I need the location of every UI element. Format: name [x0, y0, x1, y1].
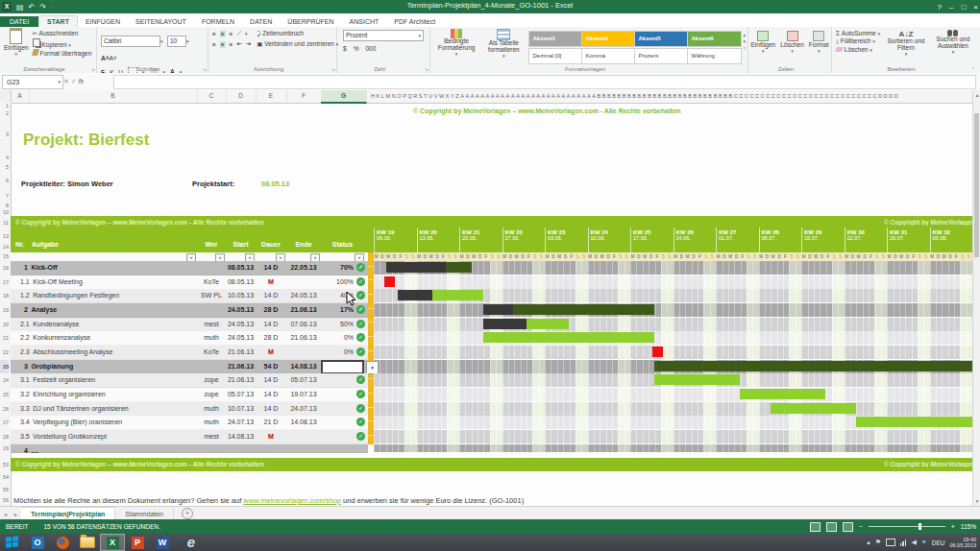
cell-dauer[interactable]: 54 D: [256, 360, 286, 373]
row-number-25[interactable]: 25: [0, 388, 9, 402]
column-header-B[interactable]: B: [29, 90, 198, 102]
row-number-4[interactable]: 4: [0, 152, 9, 163]
week-header-kw25[interactable]: KW 2517.06.: [630, 228, 674, 252]
week-header-kw26[interactable]: KW 2624.06.: [674, 228, 718, 252]
gantt-bar[interactable]: [483, 319, 569, 329]
cell-aufgabe[interactable]: 4 ....: [24, 444, 197, 458]
ribbon-tab-seitenlayout[interactable]: SEITENLAYOUT: [128, 16, 194, 27]
view-normal-icon[interactable]: [810, 522, 821, 532]
cell-start[interactable]: 21.06.13: [226, 360, 256, 373]
style-akzent4[interactable]: Akzent4: [581, 31, 636, 47]
align-center-icon[interactable]: ≡: [220, 41, 226, 48]
ribbon-tab-ansicht[interactable]: ANSICHT: [342, 16, 387, 27]
row-number-5[interactable]: 5: [0, 163, 9, 172]
align-top-icon[interactable]: ≡: [212, 31, 216, 37]
task-row-left[interactable]: 3.5 Vorstellung Grobkonzeptmest14.08.13M…: [11, 430, 368, 444]
cell-aufgabe[interactable]: 2.1 Kundenanalyse: [20, 318, 193, 331]
summary-bar[interactable]: [386, 262, 472, 273]
close-button[interactable]: ×: [973, 3, 978, 12]
dialog-launcher-icon[interactable]: ↘: [425, 66, 429, 72]
gantt-bar[interactable]: [856, 417, 972, 427]
cell-aufgabe[interactable]: 1 Kick-Off: [24, 261, 197, 275]
cell-dauer[interactable]: 21 D: [256, 416, 286, 429]
cell-ende[interactable]: 14.08.13: [286, 360, 321, 373]
paste-button[interactable]: Einfügen▾: [4, 30, 29, 57]
formula-input[interactable]: [113, 75, 976, 89]
zoom-in-icon[interactable]: +: [951, 523, 955, 530]
cell-status[interactable]: 0%: [316, 346, 354, 359]
header-aufgabe[interactable]: Aufgabe: [32, 241, 59, 248]
row-number-29[interactable]: 29: [0, 444, 9, 452]
gantt-lane[interactable]: [374, 373, 972, 387]
taskbar-ie[interactable]: e: [175, 534, 208, 551]
taskbar-powerpoint[interactable]: P: [125, 534, 150, 551]
cell-start[interactable]: 10.07.13: [226, 402, 256, 416]
task-row-left[interactable]: 4 ....: [11, 444, 368, 453]
clear-button[interactable]: Löschen ▾: [836, 46, 880, 53]
cell-status[interactable]: 70%: [316, 261, 354, 275]
row-number-53[interactable]: 53: [0, 458, 9, 471]
cell-dauer[interactable]: 14 D: [256, 373, 286, 387]
gantt-lane[interactable]: [374, 402, 972, 416]
cell-wer[interactable]: mest: [197, 430, 226, 443]
row-number-18[interactable]: 18: [0, 289, 9, 303]
scroll-down-icon[interactable]: ▼: [973, 496, 980, 506]
align-left-icon[interactable]: ≡: [212, 41, 216, 48]
taskbar-explorer[interactable]: [75, 534, 100, 551]
cell-start[interactable]: 08.05.13: [226, 276, 256, 289]
zoom-slider[interactable]: [869, 526, 945, 527]
task-row-left[interactable]: 1 Kick-Off08.05.1314 D22.05.1370%✓: [11, 261, 368, 276]
row-number-22[interactable]: 22: [0, 346, 9, 360]
shop-link[interactable]: www.meinevorlagen.com/shop: [243, 496, 341, 505]
task-row-left[interactable]: 2.2 Konkurrenzanalysemuth24.05.1328 D21.…: [11, 331, 368, 346]
bluetooth-icon[interactable]: ✦: [921, 539, 927, 546]
cell-dauer[interactable]: 14 D: [256, 388, 286, 401]
week-header-kw27[interactable]: KW 2701.07.: [716, 228, 760, 252]
cell-wer[interactable]: muth: [197, 402, 226, 416]
row-number-13[interactable]: 13: [0, 230, 9, 242]
copy-button[interactable]: Kopieren ▾: [33, 38, 92, 48]
milestone-marker[interactable]: [384, 276, 395, 287]
task-row-left[interactable]: 2 Analyse24.05.1328 D21.06.1317%✓: [11, 303, 368, 318]
task-row-left[interactable]: 2.3 Abschlussmeeting AnalyseKoTe21.06.13…: [11, 346, 368, 360]
cell-wer[interactable]: mest: [197, 318, 226, 331]
cell-aufgabe[interactable]: 3.4 Verpflegung (Bier) oranisieren: [20, 416, 193, 429]
scroll-up-icon[interactable]: ▲: [973, 90, 980, 100]
dialog-launcher-icon[interactable]: ↘: [91, 66, 95, 72]
ribbon-tab-pdf-architect[interactable]: PDF Architect: [386, 16, 443, 27]
taskbar-firefox[interactable]: [50, 534, 75, 551]
cell-aufgabe[interactable]: 3 Grobplanung: [24, 360, 197, 373]
network-icon[interactable]: [900, 539, 907, 546]
grow-font-button[interactable]: A˄: [101, 55, 110, 61]
cell-dauer[interactable]: M: [256, 346, 286, 359]
shrink-font-button[interactable]: A˅: [110, 55, 117, 61]
style-akzent6[interactable]: Akzent6: [687, 31, 742, 47]
add-sheet-icon[interactable]: +: [182, 508, 193, 519]
cell-start[interactable]: 24.05.13: [226, 303, 256, 317]
gantt-lane[interactable]: [374, 444, 972, 452]
format-as-table-button[interactable]: Als Tabelle formatieren▾: [482, 29, 525, 64]
cell-start[interactable]: 05.07.13: [226, 388, 256, 401]
column-header-C[interactable]: C: [197, 90, 227, 102]
increase-indent-icon[interactable]: ⇥: [246, 40, 251, 48]
autosum-button[interactable]: Σ AutoSumme ▾: [836, 30, 880, 36]
cell-start[interactable]: 24.05.13: [226, 318, 256, 331]
cell-ende[interactable]: 24.07.13: [286, 402, 321, 416]
number-button-%[interactable]: %: [354, 45, 359, 52]
cell-wer[interactable]: KoTe: [197, 276, 226, 289]
column-header-D[interactable]: D: [226, 90, 257, 102]
cell-wer[interactable]: zope: [197, 388, 226, 401]
cell-dauer[interactable]: 14 D: [256, 289, 286, 302]
cell-status[interactable]: 100%: [316, 276, 354, 289]
insert-function-icon[interactable]: fx: [79, 78, 84, 84]
clock[interactable]: 19:4006.05.2013: [949, 537, 976, 549]
validation-dropdown-icon[interactable]: ▼: [366, 361, 379, 374]
gantt-bar[interactable]: [398, 290, 483, 300]
collapse-ribbon-icon[interactable]: ⌃: [971, 66, 975, 72]
monitor-icon[interactable]: [886, 539, 895, 546]
volume-icon[interactable]: ◀: [911, 539, 916, 546]
column-header-E[interactable]: E: [256, 90, 287, 102]
cut-button[interactable]: ✂ Ausschneiden: [33, 30, 92, 37]
header-start[interactable]: Start: [226, 241, 256, 248]
gallery-down-icon[interactable]: ▾: [743, 38, 746, 44]
